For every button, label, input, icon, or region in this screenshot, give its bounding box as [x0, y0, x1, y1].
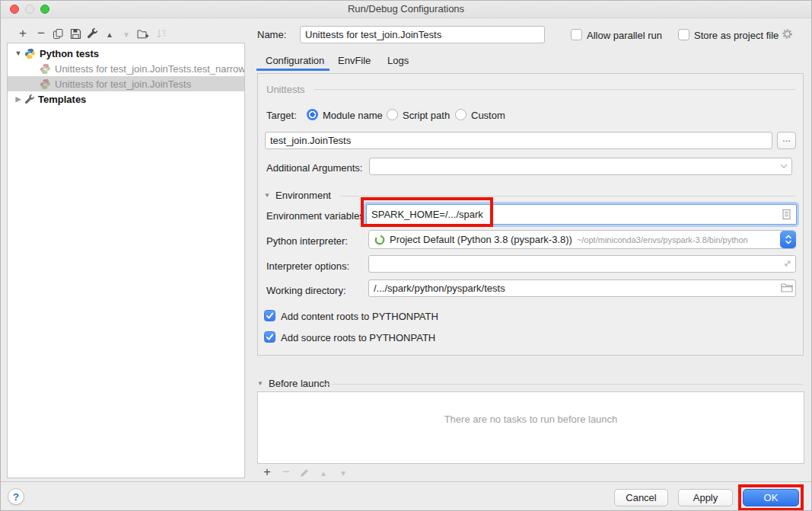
- python-icon: [24, 48, 36, 59]
- group-divider: [340, 196, 795, 196]
- additional-arguments-input[interactable]: [369, 158, 792, 175]
- radio-script-path-label[interactable]: Script path: [403, 110, 450, 121]
- annotation-box-ok-button: [738, 484, 804, 511]
- tab-envfile[interactable]: EnvFile: [338, 55, 371, 66]
- edit-templates-button[interactable]: [85, 27, 99, 40]
- interpreter-options-input[interactable]: [368, 255, 796, 273]
- minus-icon: −: [282, 465, 290, 478]
- tab-logs[interactable]: Logs: [387, 55, 409, 66]
- wrench-icon: [87, 28, 97, 39]
- collapse-environment-icon[interactable]: ▼: [264, 192, 270, 199]
- before-launch-empty-text: There are no tasks to run before launch: [257, 414, 804, 425]
- store-options-gear-button[interactable]: [782, 28, 793, 40]
- help-button[interactable]: ?: [8, 488, 24, 505]
- tree-node-python-tests[interactable]: ▼ Python tests: [8, 46, 244, 61]
- before-launch-tasks-panel: [257, 391, 804, 464]
- expand-collapse-icon[interactable]: ▼: [14, 50, 23, 57]
- expand-diagonal-icon: [783, 259, 792, 268]
- working-directory-input[interactable]: [368, 279, 796, 297]
- cancel-button[interactable]: Cancel: [614, 489, 668, 506]
- save-icon: [70, 28, 81, 40]
- run-debug-configurations-dialog: Run/Debug Configurations + − ▲ ▼ ▼ Pytho…: [0, 0, 812, 511]
- interpreter-dropdown-button[interactable]: [780, 231, 796, 248]
- add-configuration-button[interactable]: +: [16, 26, 30, 40]
- configurations-tree: ▼ Python tests Unittests for test_join.J…: [7, 43, 245, 478]
- target-module-input[interactable]: [265, 132, 772, 149]
- browse-button[interactable]: ...: [777, 132, 796, 149]
- python-test-icon: [40, 63, 51, 75]
- add-task-button[interactable]: +: [260, 465, 274, 478]
- edit-task-button[interactable]: [298, 466, 311, 480]
- question-mark-icon: ?: [13, 491, 19, 503]
- working-directory-label: Working directory:: [266, 285, 346, 296]
- group-divider: [325, 384, 803, 385]
- allow-parallel-run-checkbox[interactable]: [571, 29, 582, 40]
- check-icon: [265, 332, 275, 342]
- environment-variables-label: Environment variables:: [266, 210, 367, 222]
- move-task-down-button[interactable]: ▼: [336, 467, 350, 481]
- collapse-before-launch-icon[interactable]: ▼: [257, 380, 263, 387]
- tree-node-label: Unittests for test_join.JoinTests.test_n…: [55, 63, 245, 75]
- copy-icon: [53, 28, 64, 40]
- target-label: Target:: [266, 110, 297, 121]
- apply-button[interactable]: Apply: [678, 489, 733, 506]
- radio-custom[interactable]: [455, 109, 467, 120]
- python-interpreter-label: Python interpreter:: [266, 235, 348, 247]
- add-content-roots-label[interactable]: Add content roots to PYTHONPATH: [281, 311, 438, 322]
- browse-directory-button[interactable]: [781, 283, 793, 292]
- remove-task-button[interactable]: −: [279, 465, 293, 478]
- tab-configuration[interactable]: Configuration: [266, 55, 324, 66]
- radio-script-path[interactable]: [387, 109, 398, 120]
- arrow-up-icon: ▲: [320, 470, 327, 477]
- plus-icon: +: [19, 27, 27, 40]
- radio-module-name-label[interactable]: Module name: [323, 110, 383, 121]
- python-interpreter-value: Project Default (Python 3.8 (pyspark-3.8…: [390, 234, 572, 245]
- python-test-icon: [40, 78, 51, 90]
- radio-custom-label[interactable]: Custom: [471, 110, 505, 121]
- additional-arguments-label: Additional Arguments:: [266, 162, 362, 174]
- annotation-box-environment-variables: [361, 197, 493, 227]
- store-as-project-file-checkbox[interactable]: [678, 29, 689, 40]
- move-down-button[interactable]: ▼: [119, 28, 133, 42]
- up-down-chevrons-icon: [784, 233, 793, 246]
- python-interpreter-path: ~/opt/miniconda3/envs/pyspark-3.8/bin/py…: [577, 235, 748, 244]
- minus-icon: −: [37, 27, 45, 40]
- arrow-up-icon: ▲: [106, 31, 113, 39]
- new-folder-icon: [137, 28, 149, 40]
- add-content-roots-checkbox[interactable]: [264, 310, 275, 321]
- ellipsis-icon: ...: [782, 135, 791, 142]
- save-configuration-button[interactable]: [68, 27, 82, 40]
- add-source-roots-label[interactable]: Add source roots to PYTHONPATH: [281, 332, 435, 343]
- expand-collapse-icon[interactable]: ▶: [14, 95, 23, 103]
- create-folder-button[interactable]: [136, 27, 150, 40]
- expand-arguments-button[interactable]: [780, 164, 788, 168]
- store-as-project-file-label: Store as project file: [694, 30, 779, 41]
- before-launch-title[interactable]: Before launch: [269, 378, 330, 389]
- interpreter-options-label: Interpreter options:: [266, 260, 349, 272]
- sort-alphabetically-icon: [156, 28, 167, 40]
- tree-node-jointests-selected[interactable]: Unittests for test_join.JoinTests: [8, 76, 244, 91]
- footer-divider: [1, 481, 811, 482]
- environment-group-title[interactable]: Environment: [275, 190, 331, 201]
- python-interpreter-combo[interactable]: Project Default (Python 3.8 (pyspark-3.8…: [368, 230, 796, 249]
- add-source-roots-checkbox[interactable]: [264, 331, 275, 343]
- arrow-down-icon: ▼: [339, 470, 347, 477]
- edit-variables-button[interactable]: [782, 209, 791, 220]
- check-icon: [265, 311, 275, 321]
- move-up-button[interactable]: ▲: [103, 28, 116, 42]
- expand-options-button[interactable]: [783, 259, 792, 268]
- tree-node-label: Templates: [38, 94, 86, 105]
- name-input[interactable]: [300, 26, 545, 43]
- copy-configuration-button[interactable]: [51, 27, 65, 40]
- folder-icon: [781, 283, 793, 292]
- remove-configuration-button[interactable]: −: [34, 26, 48, 40]
- unittests-group-title: Unittests: [266, 84, 305, 95]
- arrow-down-icon: ▼: [123, 31, 130, 39]
- tree-node-templates[interactable]: ▶ Templates: [8, 91, 244, 107]
- sort-configurations-button[interactable]: [154, 27, 168, 40]
- tree-node-test-narrow[interactable]: Unittests for test_join.JoinTests.test_n…: [8, 61, 244, 76]
- tree-node-label: Unittests for test_join.JoinTests: [55, 78, 191, 90]
- move-task-up-button[interactable]: ▲: [317, 467, 330, 481]
- name-label: Name:: [257, 29, 286, 40]
- radio-module-name[interactable]: [307, 109, 318, 120]
